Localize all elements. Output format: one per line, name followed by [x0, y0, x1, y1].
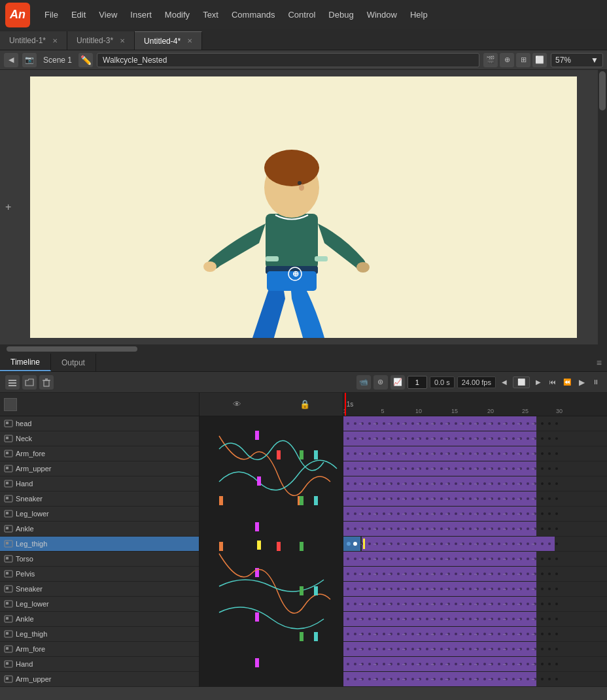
vertical-scrollbar[interactable] [598, 70, 607, 344]
new-layer-btn[interactable] [5, 375, 20, 390]
horizontal-scrollbar[interactable] [0, 344, 607, 354]
app-logo: An [5, 3, 30, 27]
menu-file[interactable]: File [38, 7, 65, 22]
tab-close-4[interactable]: ✕ [187, 37, 192, 44]
frame-row-6[interactable]: →→→→→→→→→→→→→ [343, 507, 607, 522]
frame-row-14[interactable]: →→→→→→→→→→→→→ [343, 627, 607, 642]
frame-row-4[interactable]: →→→→→→→→→→→→→ [343, 476, 607, 492]
prev-frame-btn[interactable]: ◀ [498, 376, 510, 388]
layer-row-arm_fore-2[interactable]: Arm_fore [0, 446, 199, 461]
layer-name: Leg_lower [16, 600, 49, 608]
character-svg: ⊕ [174, 129, 436, 338]
layer-row-leg_lower-12[interactable]: Leg_lower [0, 597, 199, 612]
playhead[interactable] [345, 393, 346, 416]
tab-untitled3[interactable]: Untitled-3* ✕ [67, 31, 135, 50]
graph-btn[interactable]: 📈 [390, 375, 405, 390]
layer-row-arm_upper-3[interactable]: Arm_upper [0, 461, 199, 476]
layer-row-hand-16[interactable]: Hand [0, 657, 199, 672]
zoom-selector[interactable]: 57% ▼ [551, 53, 603, 67]
frame-row-5[interactable]: →→→→→→→→→→→→→ [343, 492, 607, 507]
tab-untitled1[interactable]: Untitled-1* ✕ [0, 31, 67, 50]
layer-row-leg_thigh-14[interactable]: Leg_thigh [0, 627, 199, 642]
scene-name-bar: Walkcycle_Nested [97, 53, 479, 67]
svg-rect-58 [255, 522, 259, 531]
frame-row-7[interactable]: →→→→→→→→→→→→→ [343, 522, 607, 537]
menu-view[interactable]: View [92, 7, 124, 22]
svg-rect-21 [6, 422, 9, 424]
frame-row-9[interactable]: →→→→→→→→→→→→→ [343, 552, 607, 567]
tl-header-row [0, 393, 199, 416]
plus-icon[interactable]: + [5, 201, 11, 213]
tab-output[interactable]: Output [51, 354, 96, 371]
lock-icon[interactable]: 🔒 [300, 399, 310, 409]
step-back-btn[interactable]: ⏪ [561, 376, 573, 388]
frame-row-3[interactable]: →→→→→→→→→→→→→ [343, 461, 607, 476]
frame-row-2[interactable]: →→→→→→→→→→→→→ [343, 446, 607, 461]
layer-row-sneaker-5[interactable]: Sneaker [0, 492, 199, 507]
frame-row-1[interactable]: →→→→→→→→→→→→→ [343, 431, 607, 446]
frame-row-17[interactable]: →→→→→→→→→→→→→ [343, 672, 607, 687]
screen-icon[interactable]: ⬜ [532, 53, 547, 67]
frame-row-12[interactable]: →→→→→→→→→→→→→ [343, 597, 607, 612]
menu-text[interactable]: Text [196, 7, 225, 22]
eye-icon[interactable]: 👁 [233, 399, 241, 409]
scroll-thumb[interactable] [599, 71, 606, 110]
layer-row-arm_fore-15[interactable]: Arm_fore [0, 642, 199, 657]
layer-row-sneaker-11[interactable]: Sneaker [0, 582, 199, 597]
tab-close-1[interactable]: ✕ [52, 37, 58, 44]
frame-row-15[interactable]: →→→→→→→→→→→→→ [343, 642, 607, 657]
layer-type-icon [4, 644, 13, 654]
edit-symbol-icon: ✏️ [78, 53, 93, 67]
frame-row-11[interactable]: →→→→→→→→→→→→→ [343, 582, 607, 597]
address-bar: ◀ 📷 Scene 1 ✏️ Walkcycle_Nested 🎬 ⊕ ⊞ ⬜ … [0, 50, 607, 70]
layer-row-hand-4[interactable]: Hand [0, 476, 199, 492]
layer-row-leg_thigh-8[interactable]: Leg_thigh [0, 537, 199, 552]
onion-skin-btn[interactable]: ⊛ [373, 375, 388, 390]
frame-row-16[interactable]: →→→→→→→→→→→→→ [343, 657, 607, 672]
menu-commands[interactable]: Commands [225, 7, 281, 22]
back-button[interactable]: ◀ [4, 53, 18, 67]
svg-rect-73 [300, 586, 304, 595]
menu-help[interactable]: Help [404, 7, 434, 22]
stage[interactable]: ⊕ [30, 76, 577, 338]
menu-insert[interactable]: Insert [124, 7, 158, 22]
tl-frames: 1s 1 5 10 15 20 25 30 →→→→→→→→→→→→→→→→→→… [343, 393, 607, 687]
ruler-mark-30: 30 [556, 408, 563, 414]
menu-edit[interactable]: Edit [65, 7, 92, 22]
transform-icon[interactable]: ⊕ [500, 53, 514, 67]
h-scroll-thumb[interactable] [7, 346, 137, 352]
panel-menu-icon[interactable]: ≡ [597, 358, 602, 368]
menu-window[interactable]: Window [360, 7, 404, 22]
pause-btn[interactable]: ⏸ [590, 376, 602, 388]
layer-row-torso-9[interactable]: Torso [0, 552, 199, 567]
next-frame-btn[interactable]: ▶ [532, 376, 544, 388]
frame-input[interactable]: 1 [408, 376, 427, 389]
menu-control[interactable]: Control [281, 7, 322, 22]
menu-debug[interactable]: Debug [322, 7, 360, 22]
folder-btn[interactable] [22, 375, 37, 390]
layer-type-icon [4, 434, 13, 443]
layer-row-arm_upper-17[interactable]: Arm_upper [0, 672, 199, 687]
layer-row-ankle-7[interactable]: Ankle [0, 522, 199, 537]
tab-untitled4[interactable]: Untitled-4* ✕ [135, 31, 202, 50]
timeline-panel: Timeline Output ≡ 📹 ⊛ � [0, 354, 607, 687]
layer-row-pelvis-10[interactable]: Pelvis [0, 567, 199, 582]
frame-row-0[interactable]: →→→→→→→→→→→→→ [343, 416, 607, 431]
play-btn[interactable]: ▶ [576, 376, 587, 388]
tab-close-3[interactable]: ✕ [120, 37, 125, 44]
clip-icon[interactable]: 🎬 [483, 53, 498, 67]
menu-modify[interactable]: Modify [158, 7, 196, 22]
layer-row-neck-1[interactable]: Neck [0, 431, 199, 446]
first-frame-btn[interactable]: ⏮ [547, 376, 559, 388]
tab-timeline[interactable]: Timeline [0, 354, 51, 371]
frame-row-13[interactable]: →→→→→→→→→→→→→ [343, 612, 607, 627]
fit-icon[interactable]: ⊞ [516, 53, 530, 67]
all-layers-checkbox[interactable] [4, 398, 17, 411]
layer-row-leg_lower-6[interactable]: Leg_lower [0, 507, 199, 522]
frame-row-10[interactable]: →→→→→→→→→→→→→ [343, 567, 607, 582]
frame-row-8[interactable]: →→→→→→→→→→→→→ [343, 537, 607, 552]
layer-row-head-0[interactable]: head [0, 416, 199, 431]
layer-row-ankle-13[interactable]: Ankle [0, 612, 199, 627]
camera-tl-btn[interactable]: 📹 [356, 375, 371, 390]
delete-btn[interactable] [39, 375, 54, 390]
